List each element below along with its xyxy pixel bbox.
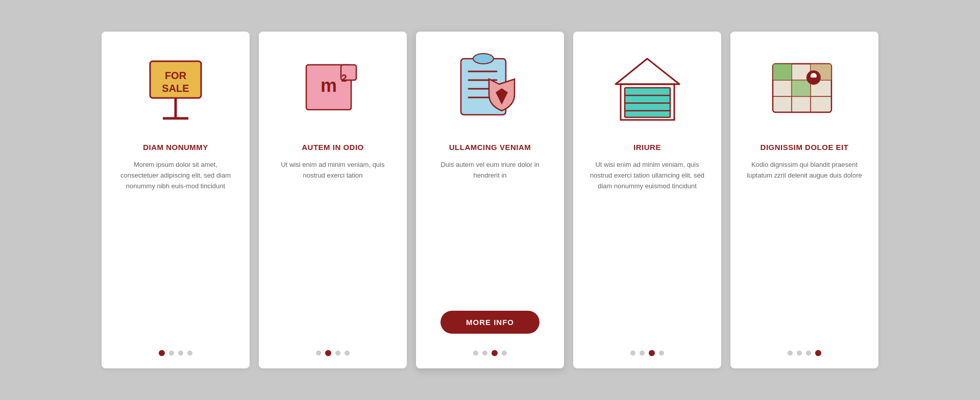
- dot: [659, 351, 664, 356]
- svg-text:2: 2: [341, 72, 347, 84]
- square-meter-icon: m 2: [297, 52, 369, 123]
- card-2-icon-area: m 2: [292, 47, 374, 129]
- card-5-icon-area: [764, 47, 845, 129]
- svg-rect-28: [792, 80, 811, 96]
- dot: [788, 351, 793, 356]
- card-1-title: DIAM NONUMMY: [143, 143, 208, 152]
- dot: [316, 351, 321, 356]
- svg-text:m: m: [321, 75, 337, 96]
- dot: [797, 351, 802, 356]
- card-1-icon-area: FOR SALE: [135, 47, 216, 129]
- card-2: m 2 AUTEM IN ODIO Ut wisi enim ad minim …: [259, 32, 407, 368]
- dot: [335, 351, 340, 356]
- card-4-title: IRIURE: [633, 143, 661, 152]
- svg-rect-27: [773, 64, 792, 80]
- dot: [169, 351, 174, 356]
- dot: [482, 351, 487, 356]
- card-4: IRIURE Ut wisi enim ad minim veniam, qui…: [573, 32, 721, 368]
- card-3-icon-area: [449, 47, 531, 129]
- cards-container: FOR SALE DIAM NONUMMY Morem ipsum dolor …: [71, 11, 909, 389]
- svg-text:SALE: SALE: [162, 83, 189, 94]
- dot: [640, 351, 645, 356]
- dot: [502, 351, 507, 356]
- dot: [649, 350, 655, 356]
- for-sale-icon: FOR SALE: [140, 52, 211, 123]
- dot: [815, 350, 821, 356]
- dot: [187, 351, 192, 356]
- dot: [630, 351, 635, 356]
- dot: [473, 351, 478, 356]
- card-3-dots: [473, 350, 507, 356]
- dot: [492, 350, 498, 356]
- card-3-title: ULLAMCING VENIAM: [449, 143, 531, 152]
- card-3: ULLAMCING VENIAM Duis autem vel eum iriu…: [416, 32, 564, 368]
- card-1-dots: [159, 350, 192, 356]
- map-pin-icon: [768, 51, 842, 125]
- svg-text:FOR: FOR: [165, 70, 187, 81]
- card-4-dots: [630, 350, 664, 356]
- svg-point-10: [473, 54, 494, 64]
- svg-marker-15: [616, 59, 679, 84]
- card-5: DIGNISSIM DOLOE EIT Kodio dignissim qui …: [730, 32, 878, 368]
- card-2-title: AUTEM IN ODIO: [302, 143, 364, 152]
- card-4-icon-area: [606, 47, 688, 129]
- dot: [178, 351, 183, 356]
- dot: [345, 351, 350, 356]
- document-shield-icon: [451, 48, 530, 128]
- card-1: FOR SALE DIAM NONUMMY Morem ipsum dolor …: [102, 32, 250, 368]
- card-5-text: Kodio dignissim qui blandit praesent lup…: [745, 160, 864, 338]
- dot: [159, 350, 165, 356]
- dot: [806, 351, 811, 356]
- dot: [325, 350, 331, 356]
- card-5-dots: [788, 350, 821, 356]
- card-1-text: Morem ipsum dolor sit amet, consectetuer…: [116, 160, 235, 338]
- card-2-text: Ut wisi enim ad minim veniam, quis nostr…: [273, 160, 393, 338]
- card-5-title: DIGNISSIM DOLOE EIT: [761, 143, 849, 152]
- card-3-text: Duis autem vel eum iriure dolor in hendr…: [430, 160, 550, 302]
- more-info-button[interactable]: MORE INFO: [440, 311, 540, 334]
- garage-icon: [610, 51, 684, 125]
- card-4-text: Ut wisi enim ad minim veniam, quis nostr…: [587, 160, 707, 338]
- card-2-dots: [316, 350, 350, 356]
